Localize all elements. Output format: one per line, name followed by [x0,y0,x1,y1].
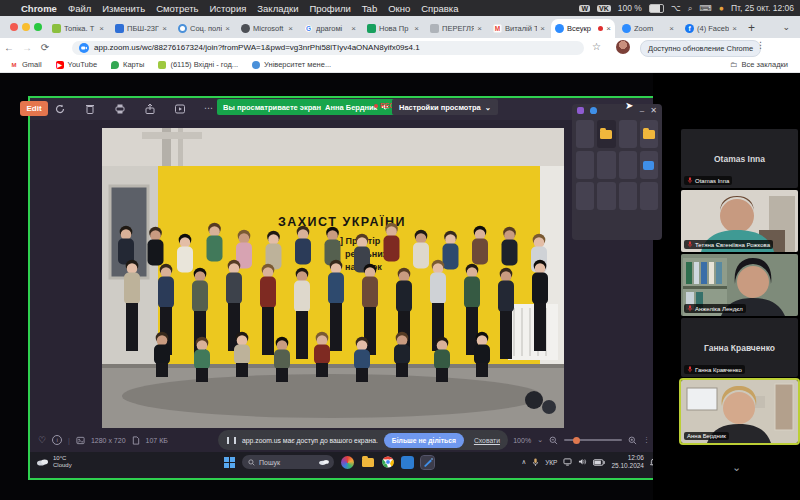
maximize-window-button[interactable] [34,23,42,31]
bookmark-youtube[interactable]: ▶ YouTube [56,60,97,69]
taskbar-clock[interactable]: 12:0625.10.2024 [611,454,644,470]
tab-close-icon[interactable]: × [540,24,545,33]
close-icon[interactable]: ✕ [650,106,657,115]
print-icon[interactable] [114,103,126,115]
info-icon[interactable]: i [52,435,62,445]
battery-icon[interactable] [593,459,605,466]
participant-tile-anzhelika[interactable]: Анжеліка Лендєл [681,254,798,316]
grid-tile[interactable] [619,120,637,148]
wiki-status-icon[interactable]: W [579,5,590,12]
zoom-slider[interactable] [564,439,622,441]
bookmark-star-icon[interactable]: ☆ [592,41,601,52]
menu-edit[interactable]: Изменить [102,3,145,14]
address-bar[interactable]: app.zoom.us/wc/88276167324/join?fromPWA=… [72,41,584,55]
language-indicator[interactable]: УКР [545,459,557,466]
stop-sharing-button[interactable]: Більше не діліться [384,433,464,448]
grid-tile[interactable] [576,182,594,210]
tab-search-chevron-icon[interactable]: ⌄ [782,22,790,32]
panel-collapse-chevron-icon[interactable]: ⌄ [732,461,741,474]
tab-gmail[interactable]: M Виталій Т× [489,19,549,38]
slideshow-icon[interactable] [174,103,186,115]
tab-close-icon[interactable]: × [669,24,674,33]
display-icon[interactable] [563,458,572,466]
tab-zoom-home[interactable]: Zoom× [618,19,678,38]
taskbar-explorer-icon[interactable] [361,456,374,469]
new-tab-button[interactable]: + [748,21,755,35]
chrome-update-button[interactable]: Доступно обновление Chrome [640,40,761,57]
taskbar-weather-widget[interactable]: 10°CCloudy [36,455,72,469]
tab-close-icon[interactable]: × [414,24,419,33]
tab-close-icon[interactable]: × [351,24,356,33]
tab-close-icon[interactable]: × [732,24,737,33]
grid-tile[interactable] [597,151,615,179]
more-options-icon[interactable]: ⋯ [204,103,216,115]
delete-icon[interactable] [84,103,96,115]
all-bookmarks-button[interactable]: 🗀 Все закладки [730,60,788,69]
menu-chrome[interactable]: Chrome [21,3,57,14]
purple-app-icon[interactable] [577,107,584,114]
reload-button[interactable]: ⟳ [36,42,54,53]
mic-icon[interactable] [532,458,539,467]
tab-close-icon[interactable]: × [99,24,104,33]
close-window-button[interactable] [10,23,18,31]
tab-facebook[interactable]: f (4) Faceb× [681,19,741,38]
zoom-out-icon[interactable] [549,436,558,445]
zoom-level-chevron-icon[interactable]: ⌄ [537,436,543,444]
participant-tile-hanna[interactable]: Ганна Кравченко Ганна Кравченко [681,318,798,377]
grid-tile[interactable] [576,151,594,179]
speaker-icon[interactable] [578,458,587,466]
chrome-menu-icon[interactable]: ⋮ [756,40,765,50]
menu-view[interactable]: Смотреть [156,3,198,14]
grid-tile[interactable] [619,151,637,179]
tab-close-icon[interactable]: × [288,24,293,33]
minimize-window-button[interactable] [22,23,30,31]
minimize-icon[interactable]: – [640,106,644,115]
bookmark-inbox[interactable]: (6115) Вхідні - год... [158,60,238,69]
tab-close-icon[interactable]: × [225,24,230,33]
pause-share-icon[interactable] [227,437,236,444]
zoom-slider-knob[interactable] [573,437,580,444]
desktop-folder-window[interactable]: – ✕ [572,104,662,240]
participant-tile-tetiana[interactable]: Тетяна Євгеніївна Рожкова [681,190,798,252]
taskbar-photos-icon[interactable] [341,456,354,469]
share-icon[interactable] [144,103,156,115]
tray-chevron-icon[interactable]: ∧ [521,458,526,466]
cloud-icon[interactable] [590,107,597,114]
tab-soc[interactable]: Соц. полі× [174,19,234,38]
menu-profiles[interactable]: Профили [309,3,350,14]
taskbar-active-app-icon[interactable] [421,456,434,469]
more-icon[interactable]: ⋮ [643,436,650,444]
user-switch-icon[interactable]: ● [719,3,724,13]
participant-tile-anna-berdnyk-speaking[interactable]: Анна Бердник [681,380,798,443]
input-source-icon[interactable]: ⌨ [699,3,711,13]
bookmark-gmail[interactable]: M Gmail [10,60,42,69]
tab-close-icon[interactable]: × [162,24,167,33]
zoom-in-icon[interactable] [628,436,637,445]
taskbar-chrome-icon[interactable] [381,456,394,469]
grid-tile[interactable] [640,151,658,179]
tab-close-icon[interactable]: × [477,24,482,33]
menu-bookmarks[interactable]: Закладки [257,3,298,14]
grid-tile[interactable] [619,182,637,210]
grid-tile[interactable] [640,182,658,210]
tab-close-icon[interactable]: × [606,24,611,33]
menu-file[interactable]: Файл [68,3,91,14]
control-center-icon[interactable]: ⌥ [671,3,681,13]
grid-tile[interactable] [640,120,658,148]
tab-topika[interactable]: Топіка. Т× [48,19,108,38]
tab-microsoft[interactable]: Microsoft× [237,19,297,38]
participant-tile-otamas-inna[interactable]: Otamas Inna Otamas Inna [681,129,798,188]
taskbar-search-box[interactable]: Пошук [242,455,334,469]
tab-zoom-meeting-active[interactable]: Всеукр × [551,19,615,38]
grid-tile[interactable] [597,120,615,148]
edit-button[interactable]: Edit [20,101,48,116]
like-icon[interactable]: ♡ [38,435,46,445]
view-settings-button[interactable]: Настройки просмотра ⌄ [392,99,498,115]
spotlight-search-icon[interactable]: ⌕ [688,3,693,14]
menu-window[interactable]: Окно [388,3,410,14]
taskbar-mail-icon[interactable] [401,456,414,469]
forward-button[interactable]: → [18,42,36,53]
tab-peregl[interactable]: ПЕРЕГЛЯ× [426,19,486,38]
tab-pbsh[interactable]: ПБШ-23Г× [111,19,171,38]
menu-clock[interactable]: Пт, 25 окт. 12:06 [731,3,794,13]
